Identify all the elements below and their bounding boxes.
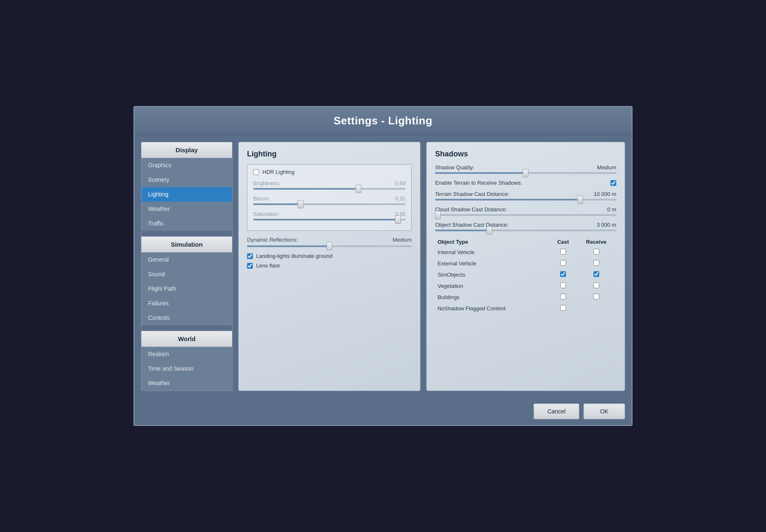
object-type-row: External Vehicle	[435, 258, 616, 269]
receive-cell[interactable]	[576, 269, 616, 280]
lens-flare-checkbox[interactable]	[247, 263, 253, 269]
dynamic-reflections-value: Medium	[393, 237, 412, 243]
lighting-panel-title: Lighting	[247, 150, 412, 158]
dynamic-reflections-fill	[247, 245, 329, 247]
lens-flare-label[interactable]: Lens flare	[256, 262, 280, 269]
cast-checkbox[interactable]	[560, 294, 566, 299]
cloud-shadow-label-row: Cloud Shadow Cast Distance: 0 m	[435, 206, 616, 213]
shadow-quality-row: Shadow Quality: Medium	[435, 164, 616, 174]
sidebar-item-general[interactable]: General	[141, 252, 232, 267]
receive-cell[interactable]	[576, 303, 616, 314]
cast-checkbox[interactable]	[560, 271, 566, 277]
sidebar-item-lighting[interactable]: Lighting	[141, 187, 232, 202]
sidebar-item-controls[interactable]: Controls	[141, 311, 232, 325]
object-label: External Vehicle	[435, 258, 550, 269]
bloom-value: 0,31	[395, 195, 405, 202]
cast-checkbox[interactable]	[560, 249, 566, 255]
lens-flare-row: Lens flare	[247, 262, 412, 269]
object-type-row: Internal Vehicle	[435, 247, 616, 258]
brightness-label-row: Brightness: 0,69	[253, 180, 405, 186]
dynamic-reflections-row	[247, 245, 412, 247]
cancel-button[interactable]: Cancel	[534, 403, 579, 419]
object-shadow-fill	[435, 230, 489, 231]
bloom-label-row: Bloom: 0,31	[253, 195, 405, 202]
terrain-shadow-slider[interactable]	[435, 199, 616, 200]
receive-cell[interactable]	[576, 280, 616, 292]
sidebar-item-failures[interactable]: Failures	[141, 296, 232, 311]
saturation-row: Saturation: 0,95	[253, 211, 405, 220]
sidebar-item-weather-world[interactable]: Weather	[141, 376, 232, 391]
cast-checkbox[interactable]	[560, 282, 566, 288]
bloom-thumb[interactable]	[298, 200, 304, 208]
cast-header: Cast	[550, 237, 576, 247]
receive-cell[interactable]	[576, 292, 616, 303]
shadow-quality-fill	[435, 172, 526, 174]
shadow-quality-value: Medium	[597, 164, 616, 171]
cloud-shadow-value: 0 m	[607, 206, 616, 213]
receive-cell[interactable]	[576, 247, 616, 258]
brightness-fill	[253, 188, 358, 190]
terrain-shadow-thumb[interactable]	[577, 195, 583, 204]
hdr-row: HDR Lighting	[253, 169, 405, 175]
sidebar-item-scenery[interactable]: Scenery	[141, 173, 232, 187]
object-type-row: NoShadow Flagged Content	[435, 303, 616, 314]
object-shadow-thumb[interactable]	[487, 226, 492, 235]
cloud-shadow-thumb[interactable]	[435, 211, 441, 219]
cast-checkbox[interactable]	[560, 305, 566, 311]
object-type-row: Vegetation	[435, 280, 616, 292]
enable-terrain-checkbox[interactable]	[610, 180, 616, 186]
enable-terrain-label: Enable Terrain to Receive Shadows:	[435, 180, 522, 186]
sidebar-item-flight-path[interactable]: Flight Path	[141, 282, 232, 296]
cast-cell[interactable]	[550, 258, 576, 269]
saturation-slider[interactable]	[253, 219, 405, 220]
sidebar-item-graphics[interactable]: Graphics	[141, 158, 232, 173]
landing-lights-checkbox[interactable]	[247, 253, 253, 259]
receive-checkbox[interactable]	[593, 271, 599, 277]
saturation-fill	[253, 219, 398, 220]
receive-checkbox[interactable]	[593, 294, 599, 299]
object-shadow-slider[interactable]	[435, 230, 616, 231]
brightness-slider[interactable]	[253, 188, 405, 190]
terrain-shadow-row: Terrain Shadow Cast Distance: 10 000 m	[435, 191, 616, 200]
cast-cell[interactable]	[550, 303, 576, 314]
cast-cell[interactable]	[550, 292, 576, 303]
object-shadow-value: 3 000 m	[597, 222, 616, 228]
cloud-shadow-slider[interactable]	[435, 214, 616, 216]
sidebar-item-time-and-season[interactable]: Time and Season	[141, 361, 232, 376]
sidebar-world-header: World	[141, 331, 232, 347]
hdr-area: HDR Lighting Brightness: 0,69	[247, 164, 412, 231]
cast-cell[interactable]	[550, 280, 576, 292]
app-window: Settings - Lighting Display Graphics Sce…	[133, 106, 633, 426]
cast-checkbox[interactable]	[560, 260, 566, 266]
cast-cell[interactable]	[550, 269, 576, 280]
sidebar-item-sound[interactable]: Sound	[141, 267, 232, 282]
sidebar-item-realism[interactable]: Realism	[141, 347, 232, 361]
receive-cell[interactable]	[576, 258, 616, 269]
dynamic-reflections-slider[interactable]	[247, 245, 412, 247]
object-type-header: Object Type	[435, 237, 550, 247]
receive-checkbox[interactable]	[593, 260, 599, 266]
hdr-checkbox[interactable]	[253, 169, 259, 175]
object-type-row: SimObjects	[435, 269, 616, 280]
sidebar-item-weather-display[interactable]: Weather	[141, 202, 232, 216]
object-shadow-label-row: Object Shadow Cast Distance: 3 000 m	[435, 222, 616, 228]
shadow-quality-slider[interactable]	[435, 172, 616, 174]
shadow-quality-thumb[interactable]	[523, 169, 529, 177]
landing-lights-label[interactable]: Landing-lights illuminate ground	[256, 253, 333, 259]
object-shadow-label: Object Shadow Cast Distance:	[435, 222, 508, 228]
shadows-panel-title: Shadows	[435, 150, 616, 158]
receive-checkbox[interactable]	[593, 282, 599, 288]
hdr-label[interactable]: HDR Lighting	[262, 169, 294, 175]
landing-lights-row: Landing-lights illuminate ground	[247, 253, 412, 259]
ok-button[interactable]: OK	[583, 403, 625, 419]
sidebar-item-traffic[interactable]: Traffic	[141, 216, 232, 231]
saturation-thumb[interactable]	[395, 215, 401, 224]
dynamic-reflections-thumb[interactable]	[326, 242, 332, 250]
shadow-quality-label: Shadow Quality:	[435, 164, 474, 171]
cast-cell[interactable]	[550, 247, 576, 258]
object-label: Buildings	[435, 292, 550, 303]
receive-checkbox[interactable]	[593, 249, 599, 255]
bloom-slider[interactable]	[253, 203, 405, 205]
brightness-thumb[interactable]	[356, 185, 361, 193]
sidebar-spacer-1	[141, 231, 232, 237]
